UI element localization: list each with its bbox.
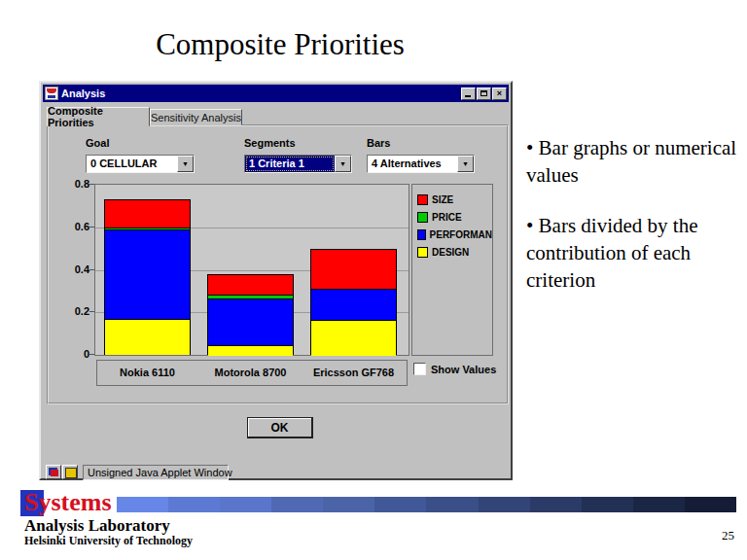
chart-plot — [94, 184, 409, 356]
maximize-icon — [480, 90, 487, 96]
y-tick-mark — [89, 354, 94, 355]
goal-label: Goal — [86, 137, 109, 149]
y-tick-label: 0 — [56, 348, 89, 360]
bar-segment-performan — [311, 289, 396, 320]
page-number: 25 — [681, 528, 734, 543]
chevron-down-icon[interactable]: ▼ — [335, 156, 351, 172]
bullet-list: • Bar graphs or numerical values • Bars … — [526, 135, 742, 318]
bar-segment-design — [105, 319, 190, 355]
show-values-checkbox[interactable] — [413, 363, 426, 375]
chart-x-strip: Nokia 6110Motorola 8700Ericsson GF768 — [96, 360, 408, 386]
window-titlebar[interactable]: Analysis × — [43, 85, 509, 102]
segments-dropdown-value: 1 Criteria 1 — [245, 156, 335, 172]
legend-label: SIZE — [432, 194, 453, 205]
y-tick-label: 0.8 — [56, 178, 89, 190]
legend-item: SIZE — [417, 191, 492, 208]
y-tick-mark — [89, 227, 94, 228]
applet-toolbar-icon-2[interactable] — [62, 465, 78, 479]
legend-color-chip — [417, 229, 426, 240]
legend-color-chip — [417, 247, 428, 258]
goal-dropdown[interactable]: 0 CELLULAR ▼ — [86, 155, 195, 173]
bar-segment-design — [311, 320, 396, 356]
legend-color-chip — [417, 212, 428, 223]
logo-systems-text: Systems — [24, 488, 112, 517]
bar-segment-size — [105, 200, 190, 228]
show-values-label: Show Values — [431, 364, 496, 375]
bullet-item: • Bar graphs or numerical values — [526, 135, 742, 190]
chevron-down-icon[interactable]: ▼ — [177, 156, 194, 172]
minimize-button[interactable] — [461, 88, 476, 100]
y-tick-mark — [89, 184, 94, 185]
goal-dropdown-value: 0 CELLULAR — [87, 156, 177, 172]
y-tick-label: 0.2 — [56, 305, 89, 317]
logo-laboratory-text: Analysis Laboratory — [24, 516, 170, 536]
ok-button[interactable]: OK — [247, 417, 313, 438]
bars-label: Bars — [367, 137, 390, 149]
show-values-control: Show Values — [413, 363, 496, 375]
bar-segment-performan — [105, 229, 190, 319]
segments-label: Segments — [244, 137, 296, 149]
x-category-label: Nokia 6110 — [89, 367, 206, 378]
bars-dropdown[interactable]: 4 Alternatives ▼ — [367, 155, 475, 173]
bar-segment-design — [208, 345, 293, 356]
maximize-button[interactable] — [477, 88, 491, 100]
close-button[interactable]: × — [492, 88, 507, 100]
tab-sensitivity-analysis[interactable]: Sensitivity Analysis — [150, 109, 242, 125]
minimize-icon — [465, 95, 471, 97]
bullet-item: • Bars divided by the contribution of ea… — [526, 213, 742, 295]
y-tick-label: 0.6 — [56, 221, 89, 232]
window-title: Analysis — [61, 88, 460, 99]
x-category-label: Motorola 8700 — [193, 367, 309, 378]
bars-dropdown-value: 4 Alternatives — [368, 156, 457, 172]
stacked-bar-2 — [207, 274, 294, 355]
y-tick-mark — [89, 269, 94, 270]
bar-segment-size — [311, 250, 396, 289]
y-tick-label: 0.4 — [56, 263, 89, 275]
legend-label: PERFORMAN — [430, 229, 492, 240]
legend-item: DESIGN — [417, 243, 492, 261]
stacked-bar-1 — [104, 199, 191, 355]
legend-color-chip — [417, 194, 428, 205]
stacked-bar-3 — [310, 249, 397, 355]
slide-title: Composite Priorities — [0, 27, 560, 62]
segments-dropdown[interactable]: 1 Criteria 1 ▼ — [244, 155, 352, 173]
tab-content-panel: Goal Segments Bars 0 CELLULAR ▼ 1 Criter… — [47, 124, 509, 404]
logo-university-text: Helsinki University of Technology — [24, 534, 193, 548]
java-applet-icon — [45, 87, 58, 100]
applet-toolbar-icon-1[interactable] — [46, 465, 61, 479]
status-message: Unsigned Java Applet Window — [83, 465, 229, 480]
footer-gradient-bar — [117, 497, 736, 512]
legend-item: PERFORMAN — [417, 226, 492, 243]
analysis-window: Analysis × Composite Priorities Sensitiv… — [39, 81, 513, 480]
chart-legend: SIZEPRICEPERFORMANDESIGN — [411, 184, 493, 356]
tab-composite-priorities[interactable]: Composite Priorities — [47, 107, 150, 126]
y-tick-mark — [89, 311, 94, 312]
legend-label: PRICE — [432, 212, 462, 223]
legend-label: DESIGN — [432, 247, 469, 258]
bar-segment-size — [208, 275, 293, 295]
chevron-down-icon[interactable]: ▼ — [457, 156, 474, 172]
x-category-label: Ericsson GF768 — [296, 367, 412, 378]
applet-status-bar: Unsigned Java Applet Window — [46, 464, 229, 480]
legend-item: PRICE — [417, 208, 492, 226]
bar-segment-performan — [208, 298, 293, 345]
